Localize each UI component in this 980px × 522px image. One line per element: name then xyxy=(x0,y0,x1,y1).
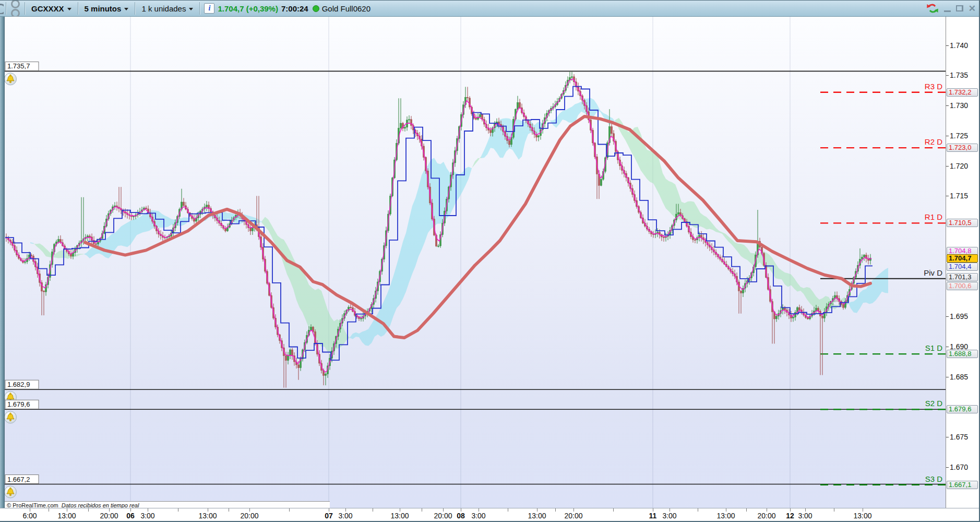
price-tick xyxy=(946,166,949,167)
last-price-tag: 1.704,7 xyxy=(947,254,978,263)
price-tick xyxy=(946,45,949,46)
price-tick-label: 1.695 xyxy=(950,312,968,321)
time-label: 12 xyxy=(786,512,794,520)
price-axis[interactable]: 1.7401.7351.7301.7251.7201.7151.6951.690… xyxy=(946,17,979,508)
time-label: 3:00 xyxy=(140,512,154,520)
time-label: 06 xyxy=(126,512,135,520)
level-price-tag: 1.704,4 xyxy=(947,263,978,271)
alarm-bell-icon xyxy=(5,73,17,85)
level-price-tag: 1.723,0 xyxy=(947,144,978,152)
level-price-tag: 1.688,8 xyxy=(947,350,978,358)
svg-text:1.682,9: 1.682,9 xyxy=(7,381,30,388)
time-tick xyxy=(373,508,373,512)
price-tick xyxy=(946,377,949,377)
price-tick-label: 1.725 xyxy=(950,132,968,140)
level-price-tag: 1.700,6 xyxy=(947,282,978,290)
time-label: 08 xyxy=(457,512,465,520)
svg-text:Piv D: Piv D xyxy=(924,268,942,277)
price-tick xyxy=(946,467,949,468)
time-label: 13:00 xyxy=(198,512,217,520)
price-tick-label: 1.730 xyxy=(950,101,968,110)
price-chart-canvas[interactable]: R3 DR2 DR1 DPiv DS1 DS2 DS3 D1.735,71.68… xyxy=(0,1,980,522)
time-tick xyxy=(229,508,229,512)
svg-text:1.679,6: 1.679,6 xyxy=(7,400,30,408)
time-label: 3:00 xyxy=(662,512,676,520)
level-price-tag: 1.732,2 xyxy=(947,88,978,97)
time-tick xyxy=(49,508,49,512)
level-price-tag: 1.701,3 xyxy=(947,273,978,281)
time-tick xyxy=(88,508,89,512)
time-axis[interactable]: 6:0013:0020:00063:0013:0020:00073:0013:0… xyxy=(0,508,980,521)
time-label: 3:00 xyxy=(338,512,352,520)
svg-text:R3 D: R3 D xyxy=(925,82,942,91)
price-tick xyxy=(946,347,949,347)
svg-text:S2 D: S2 D xyxy=(925,399,943,408)
time-label: 13:00 xyxy=(716,512,735,520)
chart-window: GCXXXX 5 minutos 1 k unidades i 1.704,7 … xyxy=(0,0,980,522)
svg-text:R1 D: R1 D xyxy=(925,212,942,221)
time-tick xyxy=(746,508,747,512)
price-tick xyxy=(946,75,949,76)
price-tick xyxy=(946,437,949,437)
price-tick-label: 1.670 xyxy=(950,463,968,471)
svg-text:1.735,7: 1.735,7 xyxy=(7,62,30,70)
time-label: 3:00 xyxy=(471,512,485,520)
svg-text:S1 D: S1 D xyxy=(925,343,943,352)
svg-text:1.667,2: 1.667,2 xyxy=(7,476,30,483)
price-tick-label: 1.675 xyxy=(950,433,968,441)
time-label: 20:00 xyxy=(240,512,258,520)
time-tick xyxy=(508,508,508,512)
time-label: 20:00 xyxy=(434,512,452,520)
alarm-bell-icon xyxy=(5,486,17,498)
price-tick xyxy=(946,196,949,196)
time-label: 3:00 xyxy=(798,512,812,520)
level-price-tag: 1.710,5 xyxy=(947,219,978,227)
price-tick xyxy=(946,316,949,317)
price-tick-label: 1.740 xyxy=(950,41,968,50)
price-tick xyxy=(946,105,949,106)
time-tick xyxy=(289,508,290,512)
time-tick xyxy=(613,508,614,512)
time-label: 20:00 xyxy=(100,512,118,520)
time-tick xyxy=(555,508,556,512)
price-tick-label: 1.735 xyxy=(950,71,968,79)
time-label: 13:00 xyxy=(390,512,409,520)
time-label: 13:00 xyxy=(853,512,871,520)
alarm-bell-icon xyxy=(5,411,17,423)
level-price-tag: 1.679,6 xyxy=(947,405,978,413)
time-label: 13:00 xyxy=(57,512,76,520)
time-tick xyxy=(698,508,698,512)
time-label: 6:00 xyxy=(22,512,37,520)
time-label: 11 xyxy=(649,512,657,520)
time-tick xyxy=(422,508,422,512)
time-label: 20:00 xyxy=(757,512,775,520)
window-left-frame xyxy=(0,17,5,521)
level-price-tag: 1.667,1 xyxy=(947,481,978,489)
price-tick xyxy=(946,136,949,136)
time-label: 07 xyxy=(325,512,333,520)
time-tick xyxy=(178,508,178,512)
time-label: 13:00 xyxy=(528,512,546,520)
time-tick xyxy=(834,508,834,512)
svg-text:R2 D: R2 D xyxy=(925,137,942,146)
price-tick-label: 1.685 xyxy=(950,373,968,381)
price-tick-label: 1.715 xyxy=(950,192,968,200)
time-label: 20:00 xyxy=(564,512,582,520)
price-tick-label: 1.720 xyxy=(950,162,968,170)
svg-text:S3 D: S3 D xyxy=(925,474,943,483)
